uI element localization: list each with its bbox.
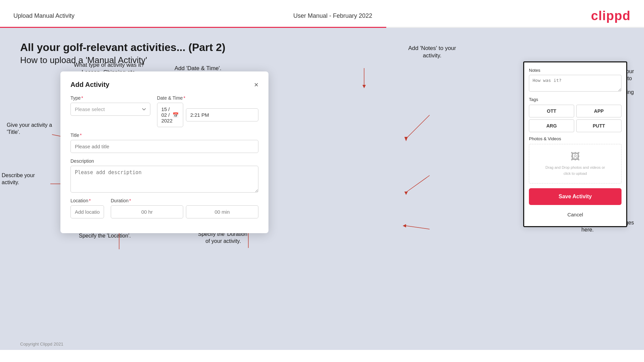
type-label: Type* <box>70 95 150 101</box>
annotation-describe: Describe youractivity. <box>2 172 35 186</box>
svg-line-16 <box>406 175 430 192</box>
phone-panel: Notes Tags OTT APP ARG PUTT Photos & Vid… <box>523 61 627 227</box>
tag-arg[interactable]: ARG <box>529 119 574 132</box>
svg-line-14 <box>406 115 430 139</box>
description-group: Description <box>70 158 258 193</box>
save-activity-button[interactable]: Save Activity <box>529 188 622 205</box>
svg-line-18 <box>406 226 430 229</box>
location-label: Location* <box>70 198 104 203</box>
annotation-title: Give your activity a'Title'. <box>7 122 52 136</box>
description-label: Description <box>70 158 258 164</box>
page-title: Upload Manual Activity <box>13 12 75 19</box>
location-group: Location* <box>70 198 104 218</box>
top-bar: Upload Manual Activity User Manual - Feb… <box>0 0 644 27</box>
type-group: Type* Please select <box>70 95 150 127</box>
notes-section-label: Notes <box>529 68 622 73</box>
annotation-date-time: Add 'Date & Time'. <box>175 65 221 72</box>
svg-marker-13 <box>362 85 366 88</box>
datetime-label: Date & Time* <box>157 95 258 101</box>
photos-section-label: Photos & Videos <box>529 136 622 141</box>
section-title: All your golf-relevant activities... (Pa… <box>20 41 624 54</box>
phone-inner: Notes Tags OTT APP ARG PUTT Photos & Vid… <box>524 62 626 226</box>
calendar-icon: 📅 <box>172 112 179 118</box>
datetime-inputs: 15 / 02 / 2022 📅 <box>157 103 258 127</box>
type-datetime-row: Type* Please select Date & Time* 15 / 02… <box>70 95 258 127</box>
datetime-group: Date & Time* 15 / 02 / 2022 📅 <box>157 95 258 127</box>
copyright: Copyright Clippd 2021 <box>20 342 63 347</box>
duration-hr-input[interactable] <box>111 205 183 218</box>
title-label: Title* <box>70 133 258 138</box>
document-title: User Manual - February 2022 <box>293 12 372 19</box>
tag-putt[interactable]: PUTT <box>576 119 622 132</box>
type-select[interactable]: Please select <box>70 103 150 116</box>
svg-marker-17 <box>404 192 408 195</box>
tags-grid: OTT APP ARG PUTT <box>529 105 622 132</box>
location-input[interactable] <box>70 205 104 218</box>
svg-marker-15 <box>404 137 408 141</box>
title-group: Title* <box>70 133 258 153</box>
cancel-button[interactable]: Cancel <box>529 208 622 221</box>
tag-app[interactable]: APP <box>576 105 622 117</box>
dialog-header: Add Activity × <box>70 81 258 89</box>
dialog-title: Add Activity <box>70 81 109 89</box>
upload-text: Drag and Drop photos and videos orclick … <box>545 165 605 175</box>
time-input[interactable] <box>186 108 258 121</box>
upload-icon: 🖼 <box>533 151 618 162</box>
tag-ott[interactable]: OTT <box>529 105 574 117</box>
annotation-notes: Add 'Notes' to youractivity. <box>408 45 456 59</box>
tags-section-label: Tags <box>529 97 622 102</box>
upload-area[interactable]: 🖼 Drag and Drop photos and videos orclic… <box>529 144 622 184</box>
date-input[interactable]: 15 / 02 / 2022 📅 <box>157 103 183 127</box>
duration-inputs <box>111 205 258 218</box>
duration-min-input[interactable] <box>186 205 258 218</box>
add-activity-dialog: Add Activity × Type* Please select Date … <box>60 71 268 233</box>
svg-marker-19 <box>403 224 406 227</box>
duration-group: Duration* <box>111 198 258 218</box>
title-input[interactable] <box>70 140 258 153</box>
close-button[interactable]: × <box>254 81 258 89</box>
notes-textarea[interactable] <box>529 75 622 92</box>
logo: clippd <box>591 9 631 23</box>
location-duration-row: Location* Duration* <box>70 198 258 218</box>
description-textarea[interactable] <box>70 166 258 193</box>
annotation-location: Specify the 'Location'. <box>79 232 131 240</box>
main-area: All your golf-relevant activities... (Pa… <box>0 28 644 350</box>
duration-label: Duration* <box>111 198 258 203</box>
